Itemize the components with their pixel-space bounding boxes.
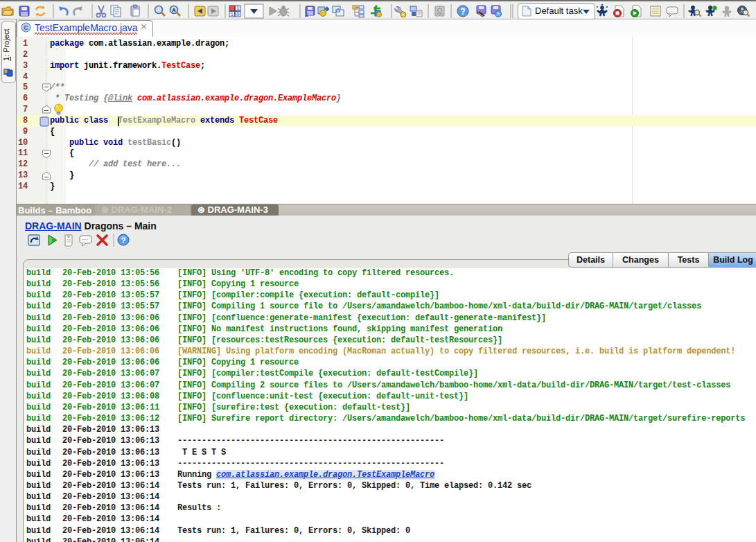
svg-text:?: ?	[460, 7, 465, 17]
svg-text:?: ?	[121, 236, 125, 245]
svg-text:1: 1	[236, 6, 239, 10]
svg-text:1: 1	[231, 12, 234, 17]
svg-text:0: 0	[236, 12, 239, 17]
svg-text:C: C	[24, 24, 28, 31]
svg-text:A: A	[172, 7, 176, 13]
